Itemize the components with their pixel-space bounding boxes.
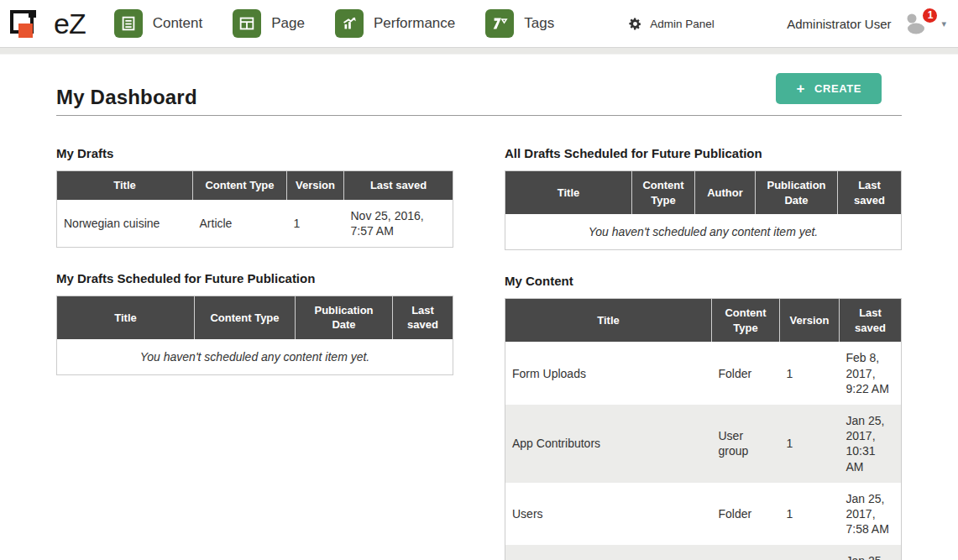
table-cell: Norwegian cuisine	[57, 200, 193, 248]
my-drafts-title: My Drafts	[56, 146, 453, 160]
table-cell: Jan 25, 2017, 7:55 AM	[840, 545, 902, 560]
table-row[interactable]: UsersFolder1Jan 25, 2017, 7:58 AM	[505, 483, 902, 546]
column-header: Publication Date	[296, 296, 393, 339]
column-header: Version	[287, 171, 344, 200]
page-icon	[233, 9, 261, 38]
performance-icon	[335, 9, 364, 38]
plus-icon: +	[796, 81, 805, 96]
user-name: Administrator User	[787, 17, 891, 31]
table-cell: 1	[780, 405, 840, 483]
table-cell: 1	[780, 342, 840, 405]
notification-badge[interactable]: 1	[921, 7, 939, 24]
admin-panel-button[interactable]: Admin Panel	[628, 17, 715, 31]
table-cell: Folder	[712, 545, 780, 560]
my-drafts-scheduled-title: My Drafts Scheduled for Future Publicati…	[56, 271, 453, 285]
logo-notch-square	[29, 10, 36, 18]
my-drafts-table: TitleContent TypeVersionLast savedNorweg…	[56, 170, 453, 248]
column-header: Title	[57, 296, 195, 339]
ez-logo[interactable]: eZ	[8, 5, 86, 42]
table-cell: Article	[193, 200, 287, 248]
column-header: Last saved	[838, 171, 902, 215]
nav-item-page[interactable]: Page	[233, 9, 305, 38]
all-drafts-scheduled-section: All Drafts Scheduled for Future Publicat…	[505, 146, 901, 250]
my-content-table: TitleContent TypeVersionLast savedForm U…	[505, 298, 902, 560]
my-content-section: My Content TitleContent TypeVersionLast …	[505, 274, 901, 560]
table-header-row: TitleContent TypeAuthorPublication DateL…	[505, 171, 902, 215]
table-cell: Nov 25, 2016, 7:57 AM	[344, 200, 453, 248]
column-header: Last saved	[344, 171, 453, 200]
header-divider-band	[0, 48, 958, 55]
right-column: All Drafts Scheduled for Future Publicat…	[505, 146, 901, 560]
logo-orange-square	[18, 24, 33, 38]
user-menu[interactable]: Administrator User 1 ▾	[787, 13, 946, 35]
column-header: Content Type	[632, 171, 695, 215]
column-header: Title	[57, 171, 193, 200]
my-drafts-scheduled-section: My Drafts Scheduled for Future Publicati…	[56, 271, 453, 375]
nav-item-performance[interactable]: Performance	[335, 9, 455, 38]
table-cell: 1	[780, 483, 840, 546]
all-drafts-scheduled-title: All Drafts Scheduled for Future Publicat…	[505, 146, 901, 160]
nav-item-content[interactable]: Content	[114, 9, 203, 38]
gear-icon	[628, 17, 642, 31]
dashboard-content: My Dashboard + CREATE My Drafts TitleCon…	[0, 55, 958, 560]
column-header: Version	[780, 299, 840, 343]
table-header-row: TitleContent TypeVersionLast saved	[505, 299, 902, 343]
nav-label-page: Page	[271, 15, 305, 32]
table-row[interactable]: AppFolder1Jan 25, 2017, 7:55 AM	[505, 545, 902, 560]
column-header: Last saved	[840, 299, 902, 343]
ez-logo-icon	[8, 5, 47, 42]
table-cell: App Contributors	[505, 405, 712, 483]
table-cell: Folder	[712, 483, 780, 546]
column-header: Title	[505, 299, 712, 343]
page-title: My Dashboard	[56, 86, 197, 109]
nav-label-tags: Tags	[524, 15, 554, 32]
all-drafts-scheduled-table: TitleContent TypeAuthorPublication DateL…	[505, 170, 902, 250]
table-cell: 1	[287, 200, 344, 248]
table-header-row: TitleContent TypeVersionLast saved	[57, 171, 453, 200]
table-cell: 1	[780, 545, 840, 560]
column-header: Content Type	[195, 296, 296, 339]
avatar[interactable]: 1	[903, 13, 928, 35]
table-cell: Feb 8, 2017, 9:22 AM	[840, 342, 902, 405]
table-row[interactable]: Norwegian cuisineArticle1Nov 25, 2016, 7…	[57, 200, 453, 248]
left-column: My Drafts TitleContent TypeVersionLast s…	[56, 146, 453, 560]
column-header: Content Type	[712, 299, 780, 343]
my-content-title: My Content	[505, 274, 901, 288]
table-row[interactable]: Form UploadsFolder1Feb 8, 2017, 9:22 AM	[505, 342, 902, 405]
column-header: Last saved	[393, 296, 453, 339]
table-cell: App	[505, 545, 712, 560]
nav-label-performance: Performance	[374, 15, 455, 32]
table-header-row: TitleContent TypePublication DateLast sa…	[57, 296, 453, 339]
table-cell: User group	[712, 405, 780, 483]
dashboard-columns: My Drafts TitleContent TypeVersionLast s…	[56, 146, 902, 560]
nav-item-tags[interactable]: Tags	[485, 9, 554, 38]
content-icon	[114, 9, 143, 38]
top-bar: eZ Content Page Performance Tags	[0, 0, 958, 48]
logo-text: eZ	[54, 8, 86, 40]
column-header: Title	[505, 171, 632, 215]
table-cell: Folder	[712, 342, 780, 405]
empty-message: You haven't scheduled any content item y…	[505, 214, 902, 250]
column-header: Publication Date	[756, 171, 838, 215]
column-header: Author	[695, 171, 756, 215]
empty-row: You haven't scheduled any content item y…	[57, 339, 453, 375]
table-row[interactable]: App ContributorsUser group1Jan 25, 2017,…	[505, 405, 902, 483]
tags-icon	[485, 9, 514, 38]
column-header: Content Type	[193, 171, 287, 200]
empty-row: You haven't scheduled any content item y…	[505, 214, 902, 250]
table-cell: Form Uploads	[505, 342, 712, 405]
page-header: My Dashboard + CREATE	[56, 73, 902, 116]
table-cell: Users	[505, 483, 712, 546]
table-cell: Jan 25, 2017, 7:58 AM	[840, 483, 902, 546]
main-nav: Content Page Performance Tags	[114, 9, 585, 38]
admin-panel-label: Admin Panel	[650, 18, 715, 30]
table-cell: Jan 25, 2017, 10:31 AM	[840, 405, 902, 483]
create-button-label: CREATE	[814, 82, 861, 95]
nav-label-content: Content	[153, 15, 203, 32]
my-drafts-section: My Drafts TitleContent TypeVersionLast s…	[56, 146, 453, 248]
empty-message: You haven't scheduled any content item y…	[57, 339, 453, 375]
chevron-down-icon[interactable]: ▾	[941, 18, 946, 29]
my-drafts-scheduled-table: TitleContent TypePublication DateLast sa…	[56, 296, 453, 375]
create-button[interactable]: + CREATE	[776, 73, 882, 104]
